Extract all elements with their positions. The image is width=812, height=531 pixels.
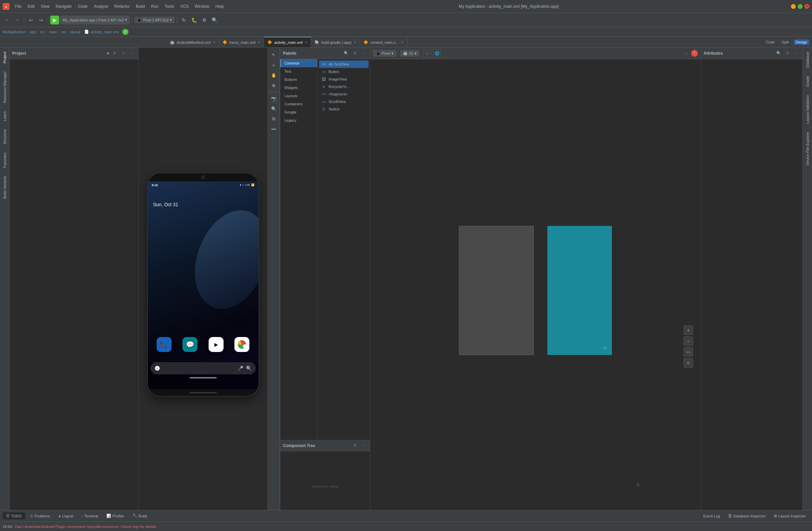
tab-menu-main[interactable]: 🔶 menu_main.xml ✕ [219,37,264,47]
palette-widget-scrollview[interactable]: ▭ ScrollView [319,98,368,105]
menu-file[interactable]: File [12,3,24,10]
forward-button[interactable]: → [12,15,22,25]
canvas-theme-btn[interactable]: ⬡ [423,49,432,57]
phone-lens-icon[interactable]: 🔍 [246,365,252,371]
tool-layers[interactable]: ⧉ [270,114,278,123]
redo-button[interactable]: ↪ [37,15,46,25]
canvas-zoom-in-btn[interactable]: + [684,326,693,335]
phone-search-bar[interactable]: G 🎤 🔍 [150,362,256,374]
menu-navigate[interactable]: Navigate [53,3,74,10]
phone-app-messages[interactable]: 💬 [183,337,198,352]
problems-tab[interactable]: ⚠ Problems [27,512,54,519]
palette-cat-buttons[interactable]: Buttons [280,75,317,84]
project-side-label[interactable]: Project [1,47,9,67]
canvas-extra-btn[interactable]: » [683,50,690,57]
canvas-error-indicator[interactable]: ! [691,50,698,57]
tool-pan[interactable]: ✋ [270,71,278,80]
code-view-button[interactable]: Code [764,39,777,45]
attributes-settings-btn[interactable]: ⚙ [784,50,791,57]
layout-validation-side-label[interactable]: Layout Validation [804,91,811,128]
tab-activity-main[interactable]: 🔶 activity_main.xml ✕ [264,37,311,47]
palette-cat-legacy[interactable]: Legacy [280,116,317,124]
breadcrumb-file[interactable]: activity_main.xml [90,30,119,34]
database-side-label[interactable]: Database [804,47,811,72]
palette-widget-switch[interactable]: ⊙ Switch [319,105,368,113]
palette-cat-containers[interactable]: Containers [280,100,317,108]
tool-more[interactable]: ••• [270,125,278,133]
palette-widget-abtextview[interactable]: Ab Ab TextView [319,60,368,68]
tool-zoom-in[interactable]: 🔍 [270,104,278,113]
breadcrumb-res[interactable]: res [61,30,66,34]
component-tree-minimize[interactable]: − [361,442,367,449]
palette-cat-widgets[interactable]: Widgets [280,84,317,92]
attributes-search-btn[interactable]: 🔍 [775,50,782,57]
logcat-tab[interactable]: ● Logcat [55,513,77,519]
palette-cat-google[interactable]: Google [280,108,317,116]
gradle-side-label[interactable]: Gradle [804,72,811,91]
component-tree-settings[interactable]: ⚙ [352,442,359,449]
learn-label[interactable]: Learn [1,107,9,125]
todo-tab[interactable]: ☰ TODO [3,512,25,519]
menu-refactor[interactable]: Refactor [112,3,132,10]
project-panel-minimize[interactable]: − [129,50,135,57]
device-selector[interactable]: 📱 Pixel 2 API Sv2 ▾ [134,17,175,23]
favorites-label[interactable]: Favorites [1,148,9,172]
phone-app-play[interactable]: ▶ [208,337,223,352]
breadcrumb-app[interactable]: MyApplication [3,30,26,34]
canvas-zoom-ratio-btn[interactable]: 1:1 [684,347,693,357]
tab-build-gradle[interactable]: 🐘 build.gradle (:app) ✕ [311,37,360,47]
layout-inspector-tab[interactable]: ⊞ Layout Inspector [771,512,809,519]
database-inspector-tab[interactable]: 🗄 Database Inspector [725,512,769,519]
tab-close-menu-main[interactable]: ✕ [258,40,260,44]
tab-content-main[interactable]: 🔶 content_main.x... ✕ [360,37,407,47]
canvas-api-selector[interactable]: 🤖 31 ▾ [400,50,419,57]
palette-widget-recyclerview[interactable]: ≡ RecyclerVi... [319,83,368,90]
palette-minimize-btn[interactable]: − [361,50,367,57]
palette-widget-fragment[interactable]: <> <fragment> [319,90,368,98]
palette-search-btn[interactable]: 🔍 [343,50,350,57]
menu-tools[interactable]: Tools [162,3,177,10]
event-log-tab[interactable]: Event Log [700,512,724,519]
breadcrumb-src[interactable]: src [40,30,45,34]
settings-button[interactable]: ⚙ [200,15,209,25]
device-file-explorer-label[interactable]: Device File Explorer [804,128,811,169]
canvas-device-selector[interactable]: 📱 Pixel ▾ [373,50,396,57]
menu-help[interactable]: Help [213,3,227,10]
phone-app-phone[interactable]: 📞 [157,337,172,352]
palette-cat-common[interactable]: Common [280,59,317,67]
tab-close-androidmanifest[interactable]: ✕ [213,40,215,44]
run-button[interactable]: ▶ [50,16,59,25]
run-config-selector[interactable]: My_Application.app | Pixel 2 API Sv2 ▾ [60,16,130,25]
undo-button[interactable]: ↩ [26,15,36,25]
palette-cat-text[interactable]: Text [280,67,317,75]
palette-widget-imageview[interactable]: 🖼 ImageView [319,75,368,83]
build-tab[interactable]: 🔨 Build [129,512,150,519]
palette-cat-layouts[interactable]: Layouts [280,92,317,100]
build-variants-label[interactable]: Build Variants [1,172,9,203]
breadcrumb-navigate-button[interactable]: ✓ [122,29,128,35]
menu-window[interactable]: Window [192,3,212,10]
terminal-tab[interactable]: › Terminal [78,513,102,519]
back-button[interactable]: ← [2,15,12,25]
sync-button[interactable]: ↻ [179,15,189,25]
tool-select[interactable]: ⊹ [270,60,278,69]
attributes-minimize-btn[interactable]: − [793,50,800,57]
design-view-button[interactable]: Design [794,39,809,45]
phone-mic-icon[interactable]: 🎤 [237,365,243,371]
project-panel-settings[interactable]: ⚙ [111,50,118,57]
split-view-button[interactable]: Split [779,39,791,45]
tool-pointer[interactable]: ↖ [270,50,278,59]
breadcrumb-main[interactable]: main [49,30,57,34]
menu-edit[interactable]: Edit [25,3,38,10]
tool-camera[interactable]: 📷 [270,94,278,103]
debug-button[interactable]: 🐛 [189,15,199,25]
tool-zoom[interactable]: ⊕ [270,81,278,90]
palette-settings-btn[interactable]: ⚙ [352,50,359,57]
palette-widget-button[interactable]: ▭ Button [319,68,368,75]
canvas-locale-btn[interactable]: 🌐 [433,49,441,57]
breadcrumb-layout[interactable]: layout [70,30,80,34]
tab-androidmanifest[interactable]: 🤖 AndroidManifest.xml ✕ [166,37,219,47]
menu-view[interactable]: View [38,3,52,10]
profiler-tab[interactable]: 📊 Profiler [103,512,128,519]
structure-label[interactable]: Structure [1,125,9,148]
